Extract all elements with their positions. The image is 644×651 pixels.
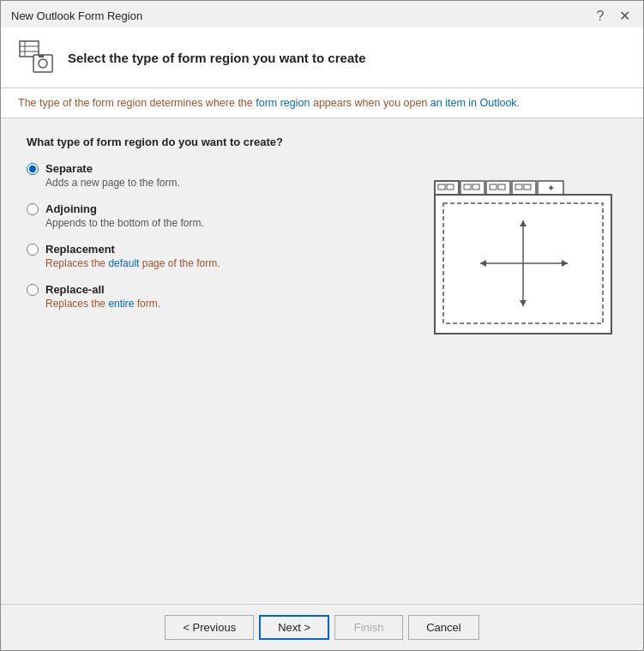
cancel-button[interactable]: Cancel [408,615,478,640]
form-diagram: ✦ [433,179,613,338]
option-adjoining: Adjoining Appends to the bottom of the f… [27,202,403,229]
option-replace-all-row: Replace-all [27,283,403,296]
desc-replacement-link: default [108,257,139,269]
next-button[interactable]: Next > [259,615,329,640]
content-row: Separate Adds a new page to the form. Ad… [27,162,617,341]
main-content: What type of form region do you want to … [1,118,643,604]
option-replacement-row: Replacement [27,243,403,256]
desc-replace-all-link: entire [108,298,134,310]
radio-separate[interactable] [27,163,39,175]
option-adjoining-row: Adjoining [27,202,403,215]
finish-button[interactable]: Finish [334,615,403,640]
dialog-window: New Outlook Form Region ? ✕ Select the t… [0,0,644,651]
help-icon[interactable]: ? [592,9,609,24]
option-separate-row: Separate [27,162,403,175]
previous-button[interactable]: < Previous [165,615,254,640]
radio-replace-all[interactable] [27,284,39,296]
desc-replace-all: Replaces the entire form. [45,298,403,310]
info-bar: The type of the form region determines w… [1,88,643,118]
dialog-title: New Outlook Form Region [11,9,142,22]
svg-rect-6 [39,55,44,57]
option-replacement: Replacement Replaces the default page of… [27,243,403,269]
radio-replacement[interactable] [27,244,39,256]
label-adjoining[interactable]: Adjoining [45,202,97,215]
label-replace-all[interactable]: Replace-all [45,283,105,296]
header-area: Select the type of form region you want … [1,27,643,88]
diagram-container: ✦ [429,162,617,341]
option-separate: Separate Adds a new page to the form. [27,162,403,189]
svg-text:✦: ✦ [547,183,555,193]
desc-separate: Adds a new page to the form. [45,177,403,189]
title-bar-icons: ? ✕ [592,8,633,24]
close-icon[interactable]: ✕ [616,8,633,24]
desc-adjoining: Appends to the bottom of the form. [45,217,403,229]
desc-replacement: Replaces the default page of the form. [45,257,403,269]
option-replace-all: Replace-all Replaces the entire form. [27,283,403,310]
title-bar: New Outlook Form Region ? ✕ [1,1,643,27]
footer: < Previous Next > Finish Cancel [1,604,643,650]
info-link-form-region: form region [256,97,310,109]
radio-adjoining[interactable] [27,203,39,215]
label-replacement[interactable]: Replacement [45,243,115,256]
info-text: The type of the form region determines w… [18,97,520,109]
label-separate[interactable]: Separate [45,162,93,175]
section-question: What type of form region do you want to … [27,136,617,148]
header-title: Select the type of form region you want … [68,51,366,65]
title-bar-left: New Outlook Form Region [11,9,142,22]
radio-options: Separate Adds a new page to the form. Ad… [27,162,403,341]
info-link-outlook: an item in Outlook [430,97,517,109]
form-region-icon [18,39,54,75]
